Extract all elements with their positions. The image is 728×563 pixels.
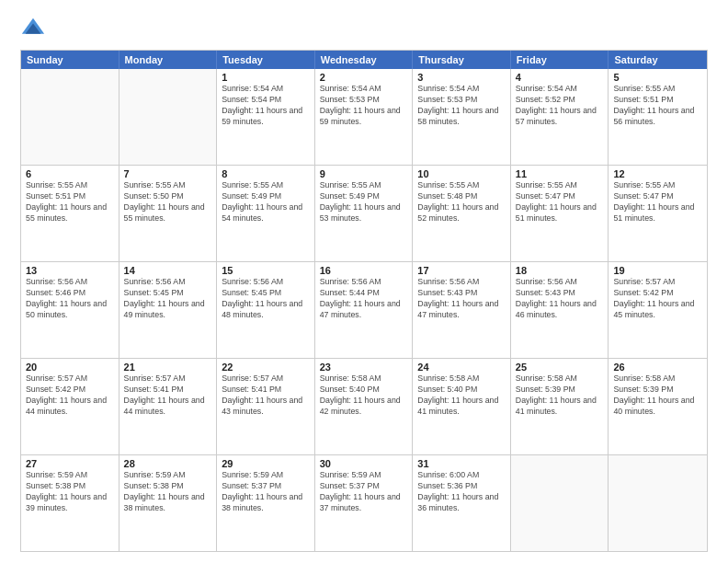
day-number: 31 [417,458,506,469]
day-detail: Sunrise: 5:56 AM Sunset: 5:43 PM Dayligh… [516,277,604,321]
day-detail: Sunrise: 5:57 AM Sunset: 5:42 PM Dayligh… [26,373,114,418]
logo [20,17,50,42]
page: SundayMondayTuesdayWednesdayThursdayFrid… [0,0,728,563]
header-day-sunday: Sunday [21,51,119,69]
calendar-day-22: 22Sunrise: 5:57 AM Sunset: 5:41 PM Dayli… [217,359,315,454]
day-number: 15 [222,265,310,276]
calendar-day-5: 5Sunrise: 5:55 AM Sunset: 5:51 PM Daylig… [609,69,707,165]
day-number: 9 [320,168,408,179]
day-number: 13 [26,265,114,276]
day-number: 30 [320,458,408,469]
day-number: 2 [320,72,408,83]
day-number: 18 [516,265,604,276]
header-day-friday: Friday [511,51,609,69]
day-number: 4 [516,72,604,83]
calendar-day-16: 16Sunrise: 5:56 AM Sunset: 5:44 PM Dayli… [315,262,414,358]
day-detail: Sunrise: 5:59 AM Sunset: 5:37 PM Dayligh… [320,470,408,514]
day-number: 25 [516,362,604,373]
calendar-empty [511,455,609,551]
day-number: 29 [222,458,310,469]
day-number: 28 [124,458,212,469]
day-number: 8 [222,168,310,179]
day-number: 23 [320,362,408,373]
day-detail: Sunrise: 5:56 AM Sunset: 5:46 PM Dayligh… [26,277,114,321]
day-detail: Sunrise: 5:55 AM Sunset: 5:47 PM Dayligh… [516,180,604,224]
calendar-day-11: 11Sunrise: 5:55 AM Sunset: 5:47 PM Dayli… [511,166,609,261]
calendar-day-2: 2Sunrise: 5:54 AM Sunset: 5:53 PM Daylig… [315,69,414,165]
day-detail: Sunrise: 5:55 AM Sunset: 5:48 PM Dayligh… [417,180,506,224]
day-detail: Sunrise: 5:56 AM Sunset: 5:45 PM Dayligh… [124,277,212,321]
day-detail: Sunrise: 5:57 AM Sunset: 5:42 PM Dayligh… [613,277,702,321]
day-number: 12 [613,168,702,179]
day-number: 6 [26,168,114,179]
calendar-day-24: 24Sunrise: 5:58 AM Sunset: 5:40 PM Dayli… [413,359,511,454]
calendar-week-1: 1Sunrise: 5:54 AM Sunset: 5:54 PM Daylig… [21,69,707,165]
logo-icon [20,17,46,42]
header-day-thursday: Thursday [413,51,511,69]
day-number: 22 [222,362,310,373]
day-number: 3 [417,72,506,83]
calendar-day-6: 6Sunrise: 5:55 AM Sunset: 5:51 PM Daylig… [21,166,119,261]
day-number: 20 [26,362,114,373]
day-detail: Sunrise: 5:54 AM Sunset: 5:53 PM Dayligh… [320,84,408,128]
calendar-day-19: 19Sunrise: 5:57 AM Sunset: 5:42 PM Dayli… [609,262,707,358]
calendar-day-1: 1Sunrise: 5:54 AM Sunset: 5:54 PM Daylig… [217,69,315,165]
day-number: 24 [417,362,506,373]
day-detail: Sunrise: 5:58 AM Sunset: 5:39 PM Dayligh… [613,373,702,418]
day-detail: Sunrise: 5:54 AM Sunset: 5:54 PM Dayligh… [222,84,310,128]
calendar-day-15: 15Sunrise: 5:56 AM Sunset: 5:45 PM Dayli… [217,262,315,358]
calendar-week-4: 20Sunrise: 5:57 AM Sunset: 5:42 PM Dayli… [21,358,707,454]
calendar-empty [21,69,119,165]
day-number: 19 [613,265,702,276]
calendar-day-23: 23Sunrise: 5:58 AM Sunset: 5:40 PM Dayli… [315,359,414,454]
calendar-day-13: 13Sunrise: 5:56 AM Sunset: 5:46 PM Dayli… [21,262,119,358]
calendar-day-18: 18Sunrise: 5:56 AM Sunset: 5:43 PM Dayli… [511,262,609,358]
calendar-day-31: 31Sunrise: 6:00 AM Sunset: 5:36 PM Dayli… [413,455,511,551]
calendar-day-14: 14Sunrise: 5:56 AM Sunset: 5:45 PM Dayli… [119,262,218,358]
day-detail: Sunrise: 5:55 AM Sunset: 5:51 PM Dayligh… [26,180,114,224]
day-detail: Sunrise: 5:55 AM Sunset: 5:51 PM Dayligh… [613,84,702,128]
calendar-day-27: 27Sunrise: 5:59 AM Sunset: 5:38 PM Dayli… [21,455,119,551]
day-number: 1 [222,72,310,83]
calendar-body: 1Sunrise: 5:54 AM Sunset: 5:54 PM Daylig… [21,69,707,551]
day-number: 11 [516,168,604,179]
calendar-day-3: 3Sunrise: 5:54 AM Sunset: 5:53 PM Daylig… [413,69,511,165]
day-detail: Sunrise: 5:55 AM Sunset: 5:47 PM Dayligh… [613,180,702,224]
day-number: 21 [124,362,212,373]
calendar-day-17: 17Sunrise: 5:56 AM Sunset: 5:43 PM Dayli… [413,262,511,358]
calendar-day-20: 20Sunrise: 5:57 AM Sunset: 5:42 PM Dayli… [21,359,119,454]
calendar-header: SundayMondayTuesdayWednesdayThursdayFrid… [21,51,707,69]
day-detail: Sunrise: 6:00 AM Sunset: 5:36 PM Dayligh… [417,470,506,514]
calendar-day-9: 9Sunrise: 5:55 AM Sunset: 5:49 PM Daylig… [315,166,414,261]
calendar-day-7: 7Sunrise: 5:55 AM Sunset: 5:50 PM Daylig… [119,166,218,261]
calendar-empty [609,455,707,551]
calendar-day-26: 26Sunrise: 5:58 AM Sunset: 5:39 PM Dayli… [609,359,707,454]
day-detail: Sunrise: 5:59 AM Sunset: 5:37 PM Dayligh… [222,470,310,514]
day-detail: Sunrise: 5:56 AM Sunset: 5:44 PM Dayligh… [320,277,408,321]
calendar-week-2: 6Sunrise: 5:55 AM Sunset: 5:51 PM Daylig… [21,165,707,261]
day-detail: Sunrise: 5:58 AM Sunset: 5:40 PM Dayligh… [417,373,506,418]
header-day-monday: Monday [119,51,218,69]
day-number: 10 [417,168,506,179]
calendar-day-21: 21Sunrise: 5:57 AM Sunset: 5:41 PM Dayli… [119,359,218,454]
day-number: 26 [613,362,702,373]
calendar-day-30: 30Sunrise: 5:59 AM Sunset: 5:37 PM Dayli… [315,455,414,551]
day-number: 7 [124,168,212,179]
day-number: 27 [26,458,114,469]
day-detail: Sunrise: 5:54 AM Sunset: 5:52 PM Dayligh… [516,84,604,128]
day-number: 17 [417,265,506,276]
day-number: 16 [320,265,408,276]
header-day-tuesday: Tuesday [217,51,315,69]
day-detail: Sunrise: 5:55 AM Sunset: 5:49 PM Dayligh… [320,180,408,224]
calendar-day-12: 12Sunrise: 5:55 AM Sunset: 5:47 PM Dayli… [609,166,707,261]
calendar-week-3: 13Sunrise: 5:56 AM Sunset: 5:46 PM Dayli… [21,261,707,358]
day-detail: Sunrise: 5:54 AM Sunset: 5:53 PM Dayligh… [417,84,506,128]
day-detail: Sunrise: 5:57 AM Sunset: 5:41 PM Dayligh… [222,373,310,418]
header-day-saturday: Saturday [609,51,707,69]
calendar-day-29: 29Sunrise: 5:59 AM Sunset: 5:37 PM Dayli… [217,455,315,551]
day-detail: Sunrise: 5:59 AM Sunset: 5:38 PM Dayligh… [26,470,114,514]
header-day-wednesday: Wednesday [315,51,414,69]
calendar-day-4: 4Sunrise: 5:54 AM Sunset: 5:52 PM Daylig… [511,69,609,165]
calendar-day-8: 8Sunrise: 5:55 AM Sunset: 5:49 PM Daylig… [217,166,315,261]
day-detail: Sunrise: 5:56 AM Sunset: 5:45 PM Dayligh… [222,277,310,321]
